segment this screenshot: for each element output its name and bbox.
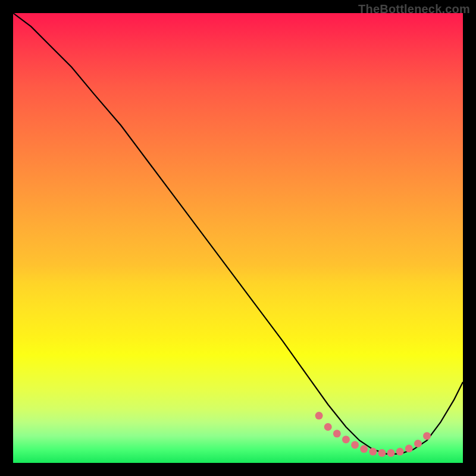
highlight-dot (396, 448, 404, 456)
highlight-dot (360, 445, 368, 453)
chart-frame: TheBottleneck.com (0, 0, 476, 476)
highlight-dot (333, 430, 341, 437)
watermark-text: TheBottleneck.com (358, 2, 470, 16)
plot-outer (13, 13, 463, 463)
highlight-dot (405, 444, 413, 452)
dots-group (315, 412, 431, 457)
highlight-dot (315, 412, 323, 419)
highlight-dot (423, 432, 431, 440)
highlight-dot (351, 441, 359, 449)
highlight-dot (342, 436, 350, 443)
highlight-dot (324, 423, 332, 431)
highlight-dot (378, 449, 386, 457)
highlight-dot (414, 440, 422, 447)
highlight-dot (387, 449, 395, 457)
optimal-range-dots (13, 13, 463, 463)
highlight-dot (369, 448, 377, 456)
